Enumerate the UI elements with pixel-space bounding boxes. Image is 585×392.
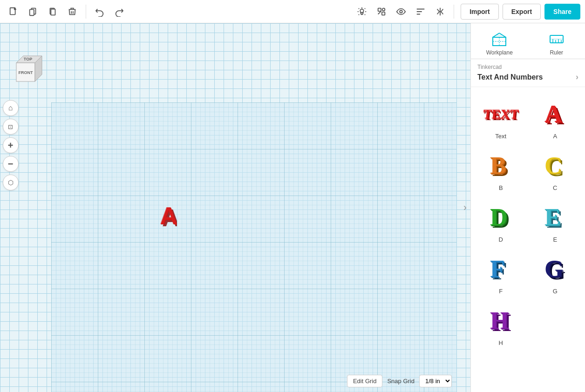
- workplane-label: Workplane: [486, 49, 513, 56]
- shape-preview-b: B B B: [482, 149, 519, 182]
- shape-label-b: B: [499, 184, 503, 191]
- align-button[interactable]: [412, 3, 429, 20]
- mirror-button[interactable]: [431, 3, 449, 20]
- new-button[interactable]: [5, 3, 22, 20]
- ruler-button[interactable]: Ruler: [528, 28, 585, 59]
- svg-text:E: E: [544, 204, 561, 230]
- shape-preview-e: E E E: [537, 201, 574, 233]
- shape-label-g: G: [553, 288, 558, 295]
- fit-view-button[interactable]: ⊡: [3, 119, 19, 135]
- edit-grid-button[interactable]: Edit Grid: [347, 375, 383, 387]
- shape-label-f: F: [499, 288, 503, 295]
- shape-item-e[interactable]: E E E E: [528, 195, 583, 247]
- shape-label-e: E: [553, 236, 557, 243]
- shape-label-a: A: [553, 133, 557, 140]
- panel-title-text: Text And Numbers: [477, 73, 543, 81]
- redo-button[interactable]: [110, 3, 128, 20]
- separator-1: [86, 5, 86, 19]
- svg-point-8: [382, 8, 385, 11]
- svg-rect-6: [378, 8, 381, 11]
- panel-toggle-arrow[interactable]: ›: [463, 202, 467, 214]
- shape-label-text: Text: [495, 133, 506, 140]
- paste-button[interactable]: [24, 3, 42, 20]
- svg-text:TOP: TOP: [24, 57, 32, 61]
- shape-preview-h: H H H: [482, 304, 519, 337]
- main-toolbar: Import Export Share: [0, 0, 585, 23]
- shape-preview-c: C C C: [537, 149, 574, 182]
- share-button[interactable]: Share: [544, 4, 580, 20]
- view-cube[interactable]: TOP FRONT: [9, 51, 44, 95]
- home-view-button[interactable]: ⌂: [3, 100, 19, 116]
- shape-label-d: D: [499, 236, 503, 243]
- shape-label-h: H: [499, 339, 503, 346]
- light-button[interactable]: [353, 3, 371, 20]
- grid-background: [0, 23, 470, 392]
- svg-text:G: G: [544, 256, 563, 282]
- shape-item-g[interactable]: G G G G: [528, 247, 583, 298]
- svg-text:A: A: [160, 202, 177, 229]
- import-button[interactable]: Import: [461, 4, 499, 20]
- panel-header: Workplane Ruler: [471, 23, 585, 59]
- svg-text:F: F: [490, 256, 505, 282]
- shape-preview-f: F F F: [482, 252, 519, 285]
- viewport[interactable]: TOP FRONT ⌂ ⊡ + − ⬡ A A: [0, 23, 470, 392]
- panel-title: Text And Numbers ›: [471, 71, 585, 87]
- svg-text:D: D: [490, 204, 508, 230]
- svg-text:TEXT: TEXT: [483, 107, 519, 121]
- view-button[interactable]: [392, 3, 410, 20]
- snap-select[interactable]: 1/8 in: [419, 375, 452, 387]
- panel-breadcrumb: Tinkercad: [471, 59, 585, 71]
- shape-item-c[interactable]: C C C C: [528, 143, 583, 195]
- duplicate-button[interactable]: [44, 3, 61, 20]
- svg-text:C: C: [544, 152, 562, 179]
- left-toolbar: ⌂ ⊡ + − ⬡: [0, 95, 21, 190]
- main-area: TOP FRONT ⌂ ⊡ + − ⬡ A A: [0, 23, 585, 392]
- separator-2: [454, 5, 454, 19]
- bottom-bar: Edit Grid Snap Grid 1/8 in: [347, 375, 452, 387]
- svg-text:H: H: [490, 307, 509, 334]
- undo-button[interactable]: [91, 3, 109, 20]
- shape-item-text[interactable]: TEXT TEXT TEXT Text: [474, 92, 528, 143]
- workplane-button[interactable]: Workplane: [471, 28, 528, 59]
- shapes-grid: TEXT TEXT TEXT Text A A A A: [471, 92, 585, 350]
- shape-item-b[interactable]: B B B B: [474, 143, 528, 195]
- ruler-label: Ruler: [550, 49, 563, 56]
- svg-point-9: [400, 10, 402, 13]
- svg-text:B: B: [490, 152, 506, 179]
- perspective-button[interactable]: ⬡: [3, 175, 19, 190]
- shape-preview-a: A A A: [537, 97, 574, 130]
- shape-button[interactable]: [373, 3, 390, 20]
- snap-label: Snap Grid: [387, 378, 415, 385]
- svg-rect-2: [30, 9, 34, 15]
- svg-rect-4: [51, 9, 55, 15]
- svg-text:A: A: [544, 101, 562, 127]
- 3d-object-a[interactable]: A A A: [144, 200, 177, 233]
- zoom-out-button[interactable]: −: [3, 156, 19, 172]
- shape-preview-text: TEXT TEXT TEXT: [482, 97, 519, 130]
- right-panel: Workplane Ruler Tinkercad Text And Numbe…: [470, 23, 585, 392]
- shape-item-d[interactable]: D D D D: [474, 195, 528, 247]
- shape-preview-d: D D D: [482, 201, 519, 233]
- shape-item-a[interactable]: A A A A: [528, 92, 583, 143]
- shape-preview-g: G G G: [537, 252, 574, 285]
- panel-title-arrow[interactable]: ›: [576, 72, 578, 82]
- delete-button[interactable]: [63, 3, 81, 20]
- svg-text:FRONT: FRONT: [19, 70, 33, 75]
- export-button[interactable]: Export: [503, 4, 541, 20]
- zoom-in-button[interactable]: +: [3, 137, 19, 153]
- svg-rect-7: [382, 12, 385, 14]
- svg-point-5: [361, 9, 364, 12]
- panel-divider: [471, 87, 585, 87]
- shape-item-f[interactable]: F F F F: [474, 247, 528, 298]
- shape-item-h[interactable]: H H H H: [474, 298, 528, 350]
- shape-label-c: C: [553, 184, 557, 191]
